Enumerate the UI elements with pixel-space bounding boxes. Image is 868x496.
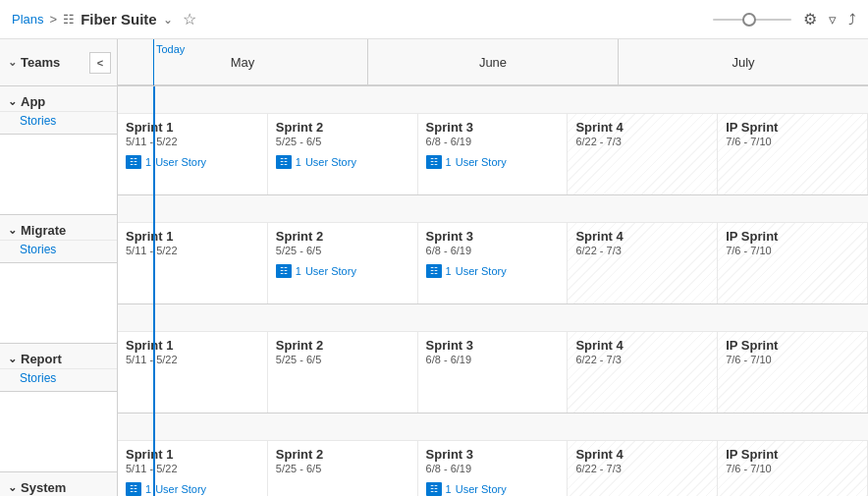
zoom-slider[interactable] (713, 19, 791, 21)
user-story-icon: ☷ (126, 155, 141, 169)
user-story-icon: ☷ (426, 155, 442, 169)
user-story-badge[interactable]: ☷1User Story (426, 264, 560, 278)
sprint-cell-report-1[interactable]: Sprint 25/25 - 6/5 (268, 332, 418, 413)
sprint-name: Sprint 2 (276, 338, 409, 353)
sprint-dates: 7/6 - 7/10 (726, 245, 859, 256)
sprint-cell-system-2[interactable]: Sprint 36/8 - 6/19☷1User Story (418, 441, 569, 496)
sprint-cell-report-2[interactable]: Sprint 36/8 - 6/19 (418, 332, 569, 413)
story-count: 1 (296, 265, 301, 277)
sprint-cell-report-0[interactable]: Sprint 15/11 - 5/22 (118, 332, 268, 413)
expand-icon[interactable]: ⤴ (848, 11, 856, 28)
user-story-icon: ☷ (276, 155, 292, 169)
user-story-badge[interactable]: ☷1User Story (126, 155, 259, 169)
sprint-name: Sprint 2 (276, 447, 409, 462)
today-vertical-line (153, 86, 155, 496)
sprint-cell-migrate-2[interactable]: Sprint 36/8 - 6/19☷1User Story (418, 223, 569, 303)
team-name-system: System (21, 480, 66, 495)
team-name-app: App (21, 94, 45, 109)
gantt-stories-row-migrate: Sprint 15/11 - 5/22Sprint 25/25 - 6/5☷1U… (118, 223, 868, 303)
sprint-cell-app-0[interactable]: Sprint 15/11 - 5/22☷1User Story (118, 114, 268, 194)
user-story-badge[interactable]: ☷1User Story (276, 264, 409, 278)
gantt-group-migrate: Sprint 15/11 - 5/22Sprint 25/25 - 6/5☷1U… (118, 195, 868, 304)
story-count: 1 (145, 483, 151, 495)
migrate-stories-link[interactable]: Stories (0, 241, 117, 263)
story-label: User Story (155, 483, 206, 495)
sprint-dates: 6/8 - 6/19 (426, 245, 560, 256)
sprint-cell-app-1[interactable]: Sprint 25/25 - 6/5☷1User Story (268, 114, 418, 194)
gantt-stories-row-report: Sprint 15/11 - 5/22Sprint 25/25 - 6/5Spr… (118, 332, 868, 413)
header-left: Plans > ☷ Fiber Suite ⌄ ☆ (12, 10, 713, 28)
system-collapse-icon[interactable]: ⌄ (8, 481, 17, 494)
sprint-name: IP Sprint (726, 229, 859, 244)
story-label: User Story (305, 265, 356, 277)
report-row-spacer (0, 392, 117, 472)
sprint-cell-system-3[interactable]: Sprint 46/22 - 7/3 (568, 441, 718, 496)
user-story-badge[interactable]: ☷1User Story (126, 482, 259, 496)
gantt-header-migrate (118, 195, 868, 223)
sprint-name: Sprint 3 (426, 120, 560, 135)
sprint-dates: 5/11 - 5/22 (126, 136, 259, 147)
sprint-cell-migrate-4[interactable]: IP Sprint7/6 - 7/10 (718, 223, 868, 303)
sprint-name: Sprint 3 (426, 229, 560, 244)
story-count: 1 (446, 156, 452, 168)
zoom-slider-container[interactable] (713, 19, 791, 21)
timeline-header: Today ⌄ Teams < May June July (0, 39, 868, 86)
user-story-icon: ☷ (426, 482, 442, 496)
sprint-cell-system-4[interactable]: IP Sprint7/6 - 7/10 (718, 441, 868, 496)
story-count: 1 (145, 156, 151, 168)
sprint-cell-app-2[interactable]: Sprint 36/8 - 6/19☷1User Story (418, 114, 569, 194)
sprint-dates: 5/25 - 6/5 (276, 463, 409, 474)
filter-icon[interactable]: ▿ (829, 11, 837, 28)
user-story-badge[interactable]: ☷1User Story (276, 155, 409, 169)
user-story-badge[interactable]: ☷1User Story (426, 155, 560, 169)
breadcrumb-title[interactable]: Fiber Suite (81, 11, 157, 28)
sprint-cell-migrate-0[interactable]: Sprint 15/11 - 5/22 (118, 223, 268, 303)
sprint-dates: 5/11 - 5/22 (126, 463, 259, 474)
sprint-cell-report-4[interactable]: IP Sprint7/6 - 7/10 (718, 332, 868, 413)
app-stories-link[interactable]: Stories (0, 112, 117, 135)
today-marker-header (153, 39, 154, 85)
sprint-cell-migrate-3[interactable]: Sprint 46/22 - 7/3 (568, 223, 718, 303)
slider-thumb[interactable] (742, 13, 756, 27)
settings-icon[interactable]: ⚙ (803, 10, 817, 28)
user-story-icon: ☷ (276, 264, 292, 278)
sprint-dates: 5/11 - 5/22 (126, 354, 259, 365)
app-collapse-icon[interactable]: ⌄ (8, 95, 17, 108)
sprint-name: Sprint 1 (126, 338, 259, 353)
month-cell-june: June (368, 39, 619, 85)
sprint-cell-report-3[interactable]: Sprint 46/22 - 7/3 (568, 332, 718, 413)
sprint-dates: 5/25 - 6/5 (276, 354, 409, 365)
story-label: User Story (456, 156, 507, 168)
report-collapse-icon[interactable]: ⌄ (8, 353, 17, 365)
story-label: User Story (456, 483, 507, 495)
report-stories-link[interactable]: Stories (0, 369, 117, 392)
today-label: Today (156, 43, 185, 55)
sprint-cell-app-3[interactable]: Sprint 46/22 - 7/3 (568, 114, 718, 194)
nav-back-button[interactable]: < (89, 52, 111, 74)
sprint-dates: 6/8 - 6/19 (426, 463, 560, 474)
sprint-name: Sprint 3 (426, 338, 560, 353)
sprint-cell-app-4[interactable]: IP Sprint7/6 - 7/10 (718, 114, 868, 194)
sprint-cell-system-1[interactable]: Sprint 25/25 - 6/5 (268, 441, 418, 496)
breadcrumb-plans[interactable]: Plans (12, 12, 44, 27)
team-section-app: ⌄ App (0, 86, 117, 112)
team-section-report: ⌄ Report (0, 344, 117, 369)
sprint-name: Sprint 4 (575, 447, 709, 462)
sprint-name: Sprint 4 (575, 338, 709, 353)
team-name-migrate: Migrate (21, 223, 66, 238)
story-label: User Story (456, 265, 507, 277)
sprint-name: Sprint 2 (276, 229, 409, 244)
sprint-cell-migrate-1[interactable]: Sprint 25/25 - 6/5☷1User Story (268, 223, 418, 303)
app-header: Plans > ☷ Fiber Suite ⌄ ☆ ⚙ ▿ ⤴ (0, 0, 868, 39)
sprint-cell-system-0[interactable]: Sprint 15/11 - 5/22☷1User Story (118, 441, 268, 496)
sprint-dates: 6/8 - 6/19 (426, 136, 560, 147)
gantt-header-app (118, 86, 868, 114)
dropdown-arrow-icon[interactable]: ⌄ (163, 13, 173, 27)
favorite-star-icon[interactable]: ☆ (183, 10, 196, 28)
teams-collapse-icon[interactable]: ⌄ (8, 56, 17, 69)
main-area: Today ⌄ Teams < May June July ⌄ App (0, 39, 868, 496)
migrate-collapse-icon[interactable]: ⌄ (8, 224, 17, 237)
user-story-badge[interactable]: ☷1User Story (426, 482, 560, 496)
app-row-spacer (0, 135, 117, 215)
sprint-dates: 5/25 - 6/5 (276, 136, 409, 147)
